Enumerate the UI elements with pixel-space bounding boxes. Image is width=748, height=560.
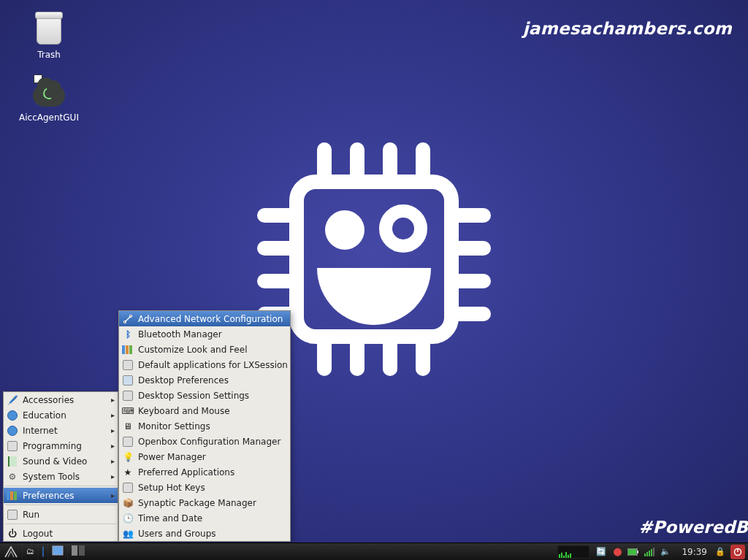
desktop-icon-label: Trash <box>16 50 82 60</box>
svg-rect-36 <box>649 551 650 556</box>
menu-preferences[interactable]: Preferences <box>4 488 118 503</box>
svg-rect-29 <box>568 555 569 558</box>
workspace-icon <box>72 545 85 558</box>
submenu-hotkeys[interactable]: Setup Hot Keys <box>119 480 290 495</box>
menu-item-label: Desktop Preferences <box>138 375 229 386</box>
svg-rect-35 <box>646 552 648 556</box>
menu-education[interactable]: Education <box>4 407 118 423</box>
submenu-desktop-session[interactable]: Desktop Session Settings <box>119 388 290 403</box>
preferences-submenu: Advanced Network Configuration ᛒ Bluetoo… <box>118 310 291 542</box>
taskbar-browser[interactable] <box>38 543 47 561</box>
appearance-icon <box>122 344 134 356</box>
synaptic-icon: 📦 <box>122 497 134 509</box>
menu-item-label: Desktop Session Settings <box>138 391 249 401</box>
menu-item-label: Accessories <box>23 395 74 405</box>
education-icon <box>7 410 18 421</box>
submenu-advanced-network[interactable]: Advanced Network Configuration <box>119 311 290 326</box>
cpu-graph-icon <box>557 545 589 559</box>
submenu-bluetooth[interactable]: ᛒ Bluetooth Manager <box>119 326 290 342</box>
preferences-icon <box>7 490 18 502</box>
taskbar: 🗂 🔄 ⬤ 🔈 19:39 🔒 <box>0 542 748 560</box>
submenu-time-date[interactable]: 🕒 Time and Date <box>119 510 290 526</box>
menu-item-label: Preferences <box>23 491 75 501</box>
desktop-background[interactable]: jamesachambers.com #PoweredB Trash AiccA… <box>0 0 748 560</box>
svg-rect-23 <box>79 545 85 556</box>
submenu-default-apps[interactable]: Default applications for LXSession <box>119 357 290 372</box>
users-groups-icon: 👥 <box>122 528 134 540</box>
menu-item-label: Preferred Applications <box>138 467 234 477</box>
menu-logout[interactable]: ⏻ Logout <box>4 526 118 541</box>
network-icon <box>122 313 134 325</box>
internet-icon <box>7 425 18 437</box>
default-apps-icon <box>122 359 134 371</box>
trash-icon <box>32 13 66 47</box>
session-icon <box>122 390 134 402</box>
submenu-keyboard-mouse[interactable]: ⌨ Keyboard and Mouse <box>119 403 290 418</box>
submenu-preferred-apps[interactable]: ★ Preferred Applications <box>119 464 290 480</box>
svg-rect-22 <box>72 545 77 556</box>
submenu-monitor[interactable]: 🖥 Monitor Settings <box>119 418 290 434</box>
submenu-users-groups[interactable]: 👥 Users and Groups <box>119 526 290 541</box>
desktop-icon-trash[interactable]: Trash <box>16 13 82 60</box>
menu-internet[interactable]: Internet <box>4 423 118 438</box>
menu-sound-video[interactable]: Sound & Video <box>4 453 118 469</box>
menu-item-label: Keyboard and Mouse <box>138 406 230 416</box>
menu-item-label: Synaptic Package Manager <box>138 498 256 508</box>
tray-updates-icon[interactable]: 🔄 <box>595 546 607 558</box>
menu-item-label: Time and Date <box>138 513 202 523</box>
menu-item-label: Monitor Settings <box>138 421 210 431</box>
taskbar-shutdown-button[interactable] <box>730 545 745 559</box>
desktop-icon-aiccagent[interactable]: AiccAgentGUI <box>16 76 82 123</box>
svg-rect-28 <box>565 552 567 558</box>
tray-volume-icon[interactable]: 🔈 <box>660 546 671 558</box>
menu-item-label: Programming <box>23 441 82 451</box>
logout-icon: ⏻ <box>7 528 18 540</box>
menu-item-label: Setup Hot Keys <box>138 483 205 493</box>
svg-rect-21 <box>53 546 63 555</box>
preferred-apps-icon: ★ <box>122 467 134 478</box>
tray-network-icon[interactable] <box>644 546 655 558</box>
submenu-desktop-prefs[interactable]: Desktop Preferences <box>119 372 290 388</box>
svg-point-18 <box>386 211 421 246</box>
menu-item-label: System Tools <box>23 472 80 482</box>
menu-item-label: Power Manager <box>138 452 206 462</box>
desktop-icon-label: AiccAgentGUI <box>16 112 82 123</box>
system-tools-icon: ⚙ <box>7 471 18 483</box>
tray-cpu-monitor[interactable] <box>556 543 591 561</box>
menu-item-label: Run <box>23 510 39 520</box>
submenu-customize-look[interactable]: Customize Look and Feel <box>119 342 290 357</box>
svg-rect-37 <box>651 549 652 556</box>
svg-rect-32 <box>637 551 638 553</box>
svg-rect-33 <box>628 549 636 555</box>
tray-notification-icon[interactable]: ⬤ <box>611 546 623 558</box>
submenu-openbox[interactable]: Openbox Configuration Manager <box>119 434 290 449</box>
svg-point-17 <box>325 210 365 250</box>
menu-accessories[interactable]: 🖊️ Accessories <box>4 392 118 407</box>
start-menu-button[interactable] <box>0 543 22 561</box>
menu-item-label: Sound & Video <box>23 456 87 467</box>
watermark-top: jamesachambers.com <box>523 19 732 38</box>
tray-battery-icon[interactable] <box>627 546 639 558</box>
globe-icon <box>42 547 44 556</box>
submenu-power-manager[interactable]: 💡 Power Manager <box>119 449 290 464</box>
power-manager-icon: 💡 <box>122 451 134 463</box>
taskbar-workspace-switcher[interactable] <box>67 543 88 561</box>
power-icon <box>733 548 742 556</box>
taskbar-clock[interactable]: 19:39 <box>676 547 713 557</box>
submenu-synaptic[interactable]: 📦 Synaptic Package Manager <box>119 495 290 510</box>
taskbar-show-desktop[interactable] <box>47 543 67 561</box>
menu-item-label: Default applications for LXSession <box>138 360 288 370</box>
menu-item-label: Internet <box>23 426 58 436</box>
menu-system-tools[interactable]: ⚙ System Tools <box>4 469 118 484</box>
desktop-prefs-icon <box>122 375 134 386</box>
show-desktop-icon <box>52 545 64 558</box>
menu-item-label: Users and Groups <box>138 529 216 539</box>
taskbar-lock-button[interactable]: 🔒 <box>713 545 728 559</box>
menu-run[interactable]: Run <box>4 507 118 522</box>
taskbar-file-manager[interactable]: 🗂 <box>22 543 38 561</box>
menu-item-label: Education <box>23 410 66 421</box>
system-tray: 🔄 ⬤ 🔈 <box>591 546 676 558</box>
menu-programming[interactable]: Programming <box>4 438 118 453</box>
watermark-bottom: #PoweredB <box>638 518 748 537</box>
sound-video-icon <box>7 456 18 467</box>
